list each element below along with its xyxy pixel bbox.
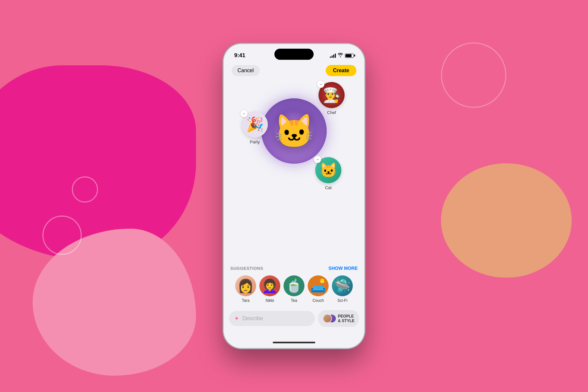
- style-text: & STYLE: [338, 318, 354, 323]
- create-button[interactable]: Create: [326, 65, 356, 76]
- bg-small-circle-1: [72, 176, 98, 203]
- phone-frame: 9:41: [224, 44, 364, 348]
- cat-chef-image: 🐱: [261, 98, 327, 164]
- phone-screen: 9:41: [224, 44, 364, 348]
- suggestion-item-scifi[interactable]: 🛸 Sci-Fi: [332, 275, 353, 303]
- cancel-button[interactable]: Cancel: [232, 65, 260, 76]
- bottom-area: ✦ Describe PEOPLE & STYLE: [224, 307, 364, 337]
- home-indicator: [224, 337, 364, 348]
- suggestion-item-nikki[interactable]: 👩‍🦱 Nikki: [259, 275, 280, 303]
- signal-bar-2: [332, 56, 333, 58]
- nikki-avatar: 👩‍🦱: [259, 275, 280, 296]
- chef-remove-badge[interactable]: −: [317, 81, 324, 88]
- describe-input-container[interactable]: ✦ Describe: [229, 311, 315, 326]
- party-sticker[interactable]: − 🎉 Party: [242, 111, 268, 144]
- dynamic-island: [274, 49, 314, 60]
- center-preview: 🐱: [261, 98, 327, 164]
- cat-sticker-label: Cat: [325, 185, 332, 190]
- people-style-avatars: [323, 313, 335, 324]
- tea-avatar: 🍵: [284, 275, 304, 296]
- status-time: 9:41: [234, 52, 245, 59]
- couch-avatar: 🛋️: [308, 275, 329, 296]
- battery-fill: [346, 54, 351, 57]
- chef-sticker[interactable]: − 👨‍🍳 Chef: [318, 82, 345, 115]
- battery-icon: [345, 54, 354, 58]
- suggestion-item-tea[interactable]: 🍵 Tea: [284, 275, 304, 303]
- show-more-button[interactable]: SHOW MORE: [329, 266, 358, 271]
- couch-label: Couch: [313, 298, 324, 303]
- signal-bar-4: [335, 54, 336, 58]
- status-icons: [330, 53, 354, 58]
- bg-circle-right: [441, 42, 506, 108]
- cat-remove-badge[interactable]: −: [314, 156, 321, 163]
- main-content: 🐱 − 🎉 Party −: [224, 79, 364, 260]
- describe-icon: ✦: [234, 315, 239, 322]
- suggestion-item-couch[interactable]: 🛋️ Couch: [308, 275, 329, 303]
- cat-sticker[interactable]: − 🐱 Cat: [315, 157, 341, 190]
- nav-bar: Cancel Create: [224, 64, 364, 79]
- tara-label: Tara: [242, 298, 249, 303]
- bg-blob-3: [441, 163, 572, 278]
- suggestions-section: SUGGESTIONS SHOW MORE 👩 Tara 👩‍🦱 Nikki: [224, 260, 364, 307]
- scifi-avatar: 🛸: [332, 275, 353, 296]
- bg-blob-1: [0, 65, 196, 261]
- bg-small-circle-2: [42, 216, 82, 255]
- signal-bars: [330, 53, 336, 58]
- home-bar: [273, 342, 315, 343]
- describe-placeholder: Describe: [242, 316, 263, 321]
- party-remove-badge[interactable]: −: [240, 110, 248, 117]
- signal-bar-3: [333, 55, 334, 58]
- tara-avatar: 👩: [235, 275, 256, 296]
- wifi-icon: [338, 53, 343, 58]
- scifi-label: Sci-Fi: [337, 298, 348, 303]
- suggestions-row: 👩 Tara 👩‍🦱 Nikki 🍵 Tea: [230, 275, 358, 303]
- people-style-text: PEOPLE & STYLE: [338, 314, 354, 323]
- signal-bar-1: [330, 57, 331, 58]
- nikki-label: Nikki: [266, 298, 274, 303]
- suggestions-header: SUGGESTIONS SHOW MORE: [230, 266, 358, 271]
- people-text: PEOPLE: [338, 314, 354, 318]
- suggestion-item-tara[interactable]: 👩 Tara: [235, 275, 256, 303]
- suggestions-title: SUGGESTIONS: [230, 266, 263, 271]
- people-style-button[interactable]: PEOPLE & STYLE: [318, 310, 359, 327]
- tea-label: Tea: [291, 298, 297, 303]
- chef-sticker-label: Chef: [327, 110, 336, 115]
- party-sticker-label: Party: [250, 139, 260, 144]
